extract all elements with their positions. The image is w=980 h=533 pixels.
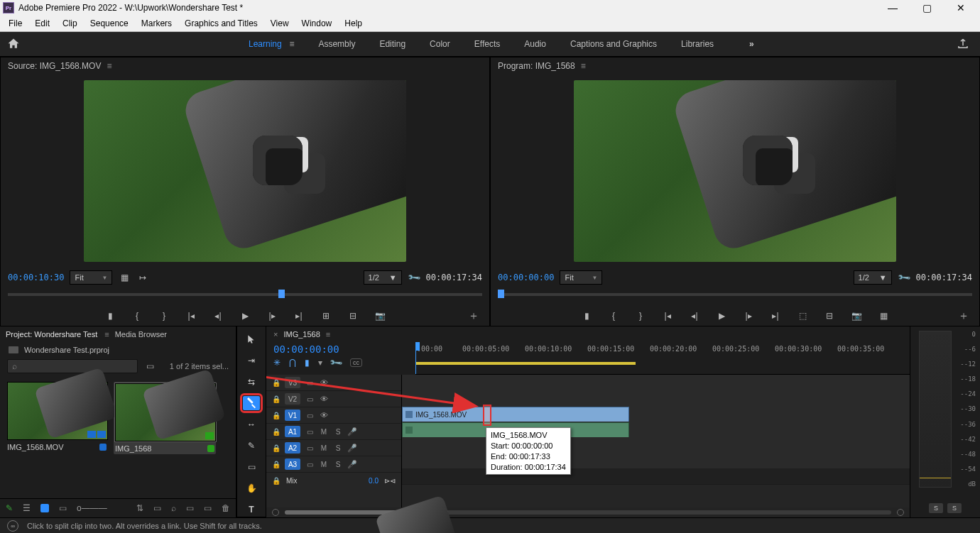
meter-body[interactable]: 0--6--12 --18--24--30 --36--42--48 --54d…: [913, 331, 977, 500]
solo-button[interactable]: S: [333, 428, 343, 436]
lock-icon[interactable]: 🔒: [272, 461, 281, 468]
program-resolution-dropdown[interactable]: 1/2▼: [854, 270, 892, 285]
razor-tool-icon[interactable]: [243, 396, 260, 410]
step-fwd-icon[interactable]: |▸: [742, 310, 755, 322]
export-frame-icon[interactable]: 📷: [850, 310, 863, 322]
menu-graphics[interactable]: Graphics and Titles: [180, 18, 262, 28]
program-timecode-in[interactable]: 00:00:00:00: [498, 273, 554, 282]
menu-edit[interactable]: Edit: [31, 18, 54, 28]
marker-icon[interactable]: ▮: [580, 310, 593, 322]
step-back-icon[interactable]: ◂|: [688, 310, 701, 322]
workspace-overflow-button[interactable]: »: [749, 39, 754, 49]
track-target[interactable]: A2: [285, 442, 300, 454]
close-icon[interactable]: ×: [273, 330, 278, 339]
sync-lock-icon[interactable]: ▭: [305, 428, 315, 436]
project-search-input[interactable]: ⌕: [7, 359, 138, 373]
mic-icon[interactable]: 🎤: [347, 444, 357, 453]
panel-menu-icon[interactable]: ≡: [104, 330, 107, 339]
play-icon[interactable]: ▶: [715, 310, 728, 322]
close-button[interactable]: ✕: [949, 2, 973, 13]
new-item-icon[interactable]: ▭: [204, 503, 212, 513]
in-bracket-icon[interactable]: {: [131, 310, 143, 322]
lock-icon[interactable]: 🔒: [272, 412, 281, 419]
lock-icon[interactable]: 🔒: [272, 379, 281, 387]
menu-markers[interactable]: Markers: [137, 18, 176, 28]
track-target[interactable]: A1: [285, 426, 300, 437]
goto-in-icon[interactable]: |◂: [185, 310, 197, 322]
wrench-icon[interactable]: 🔧: [329, 356, 343, 370]
program-header[interactable]: Program: IMG_1568 ≡: [491, 57, 979, 75]
sync-lock-icon[interactable]: ▭: [305, 379, 315, 387]
track-header-a1[interactable]: 🔒A1▭MS🎤: [266, 424, 401, 440]
goto-out-icon[interactable]: ▸|: [769, 310, 782, 322]
tab-media-browser[interactable]: Media Browser: [115, 330, 167, 339]
project-file-row[interactable]: Wondershare Test.prproj: [0, 342, 236, 358]
solo-button[interactable]: S: [333, 444, 343, 452]
source-monitor[interactable]: [1, 75, 489, 268]
insert-icon[interactable]: ⊞: [320, 310, 332, 322]
source-fit-dropdown[interactable]: Fit▼: [70, 270, 112, 285]
mute-button[interactable]: M: [319, 428, 329, 436]
minimize-button[interactable]: —: [881, 2, 905, 13]
timeline-zoom-scroll[interactable]: [266, 507, 910, 517]
clip-item[interactable]: IMG_1568.MOV: [7, 382, 107, 451]
type-tool-icon[interactable]: T: [243, 502, 260, 517]
playhead-line[interactable]: [415, 342, 416, 375]
out-bracket-icon[interactable]: }: [634, 310, 647, 322]
pen-tool-icon[interactable]: ✎: [243, 439, 260, 453]
solo-button[interactable]: S: [333, 461, 343, 468]
eye-icon[interactable]: 👁: [319, 411, 329, 419]
mute-button[interactable]: M: [319, 444, 329, 452]
menu-sequence[interactable]: Sequence: [86, 18, 133, 28]
solo-left[interactable]: S: [929, 503, 943, 513]
selection-tool-icon[interactable]: [243, 332, 260, 346]
menu-view[interactable]: View: [266, 18, 293, 28]
ws-captions[interactable]: Captions and Graphics: [570, 39, 657, 49]
icon-view-icon[interactable]: [40, 504, 49, 512]
track-header-a3[interactable]: 🔒A3▭MS🎤: [266, 456, 401, 473]
program-scrub[interactable]: [491, 287, 979, 306]
goto-out-icon[interactable]: ▸|: [293, 310, 305, 322]
mix-value[interactable]: 0.0: [369, 477, 379, 485]
track-target[interactable]: V3: [285, 377, 300, 388]
zoom-slider[interactable]: o———: [77, 503, 107, 513]
snap-icon[interactable]: ✳: [273, 358, 281, 368]
filter-icon[interactable]: ▭: [143, 361, 156, 372]
sort-icon[interactable]: ⇅: [136, 503, 143, 513]
freeform-view-icon[interactable]: ▭: [59, 503, 67, 513]
quick-export-icon[interactable]: [956, 38, 970, 50]
sync-lock-icon[interactable]: ▭: [305, 461, 315, 468]
step-icon[interactable]: ↦: [136, 272, 149, 283]
cc-icon[interactable]: cc: [350, 358, 362, 367]
program-monitor[interactable]: [491, 75, 979, 268]
trash-icon[interactable]: 🗑: [222, 503, 230, 513]
step-fwd-icon[interactable]: |▸: [266, 310, 278, 322]
slip-tool-icon[interactable]: ↔: [243, 417, 260, 432]
source-timecode-in[interactable]: 00:00:10:30: [8, 273, 64, 282]
track-header-v2[interactable]: 🔒V2▭👁: [266, 391, 401, 407]
overwrite-icon[interactable]: ⊟: [347, 310, 359, 322]
playhead-icon[interactable]: [415, 342, 420, 351]
track-target[interactable]: V1: [285, 410, 300, 421]
track-target[interactable]: A3: [285, 458, 300, 470]
automate-icon[interactable]: ▭: [153, 503, 161, 513]
maximize-button[interactable]: ▢: [915, 2, 939, 13]
menu-clip[interactable]: Clip: [58, 18, 82, 28]
new-bin-icon[interactable]: ▭: [186, 503, 194, 513]
expand-icon[interactable]: ⊳⊲: [384, 477, 396, 485]
panel-menu-icon[interactable]: ≡: [107, 61, 110, 71]
settings-icon[interactable]: ▦: [118, 272, 131, 283]
track-target[interactable]: V2: [285, 393, 300, 405]
video-clip[interactable]: IMG_1568.MOV: [402, 407, 629, 422]
out-bracket-icon[interactable]: }: [158, 310, 170, 322]
panel-menu-icon[interactable]: ≡: [581, 61, 584, 71]
mute-button[interactable]: M: [319, 461, 329, 468]
lock-icon[interactable]: 🔒: [272, 428, 281, 436]
menu-file[interactable]: File: [4, 18, 26, 28]
solo-right[interactable]: S: [947, 503, 962, 513]
add-button-icon[interactable]: ＋: [468, 309, 479, 324]
mic-icon[interactable]: 🎤: [347, 427, 357, 436]
step-back-icon[interactable]: ◂|: [212, 310, 224, 322]
wrench-icon[interactable]: 🔧: [405, 269, 422, 286]
rectangle-tool-icon[interactable]: ▭: [243, 460, 260, 474]
